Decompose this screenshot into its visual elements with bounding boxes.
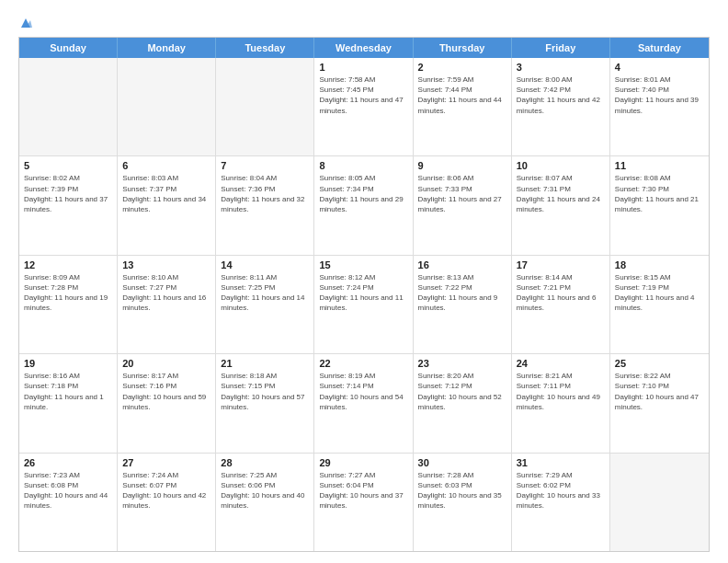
day-cell-12: 12Sunrise: 8:09 AMSunset: 7:28 PMDayligh… (19, 256, 118, 353)
logo-icon (19, 17, 32, 29)
empty-cell (19, 58, 118, 155)
day-info: Sunrise: 8:09 AMSunset: 7:28 PMDaylight:… (24, 272, 112, 314)
day-cell-27: 27Sunrise: 7:24 AMSunset: 6:07 PMDayligh… (118, 454, 216, 551)
day-number: 11 (615, 160, 704, 171)
day-cell-8: 8Sunrise: 8:05 AMSunset: 7:34 PMDaylight… (314, 156, 413, 254)
day-info: Sunrise: 7:28 AMSunset: 6:03 PMDaylight:… (418, 470, 506, 511)
day-info: Sunrise: 8:02 AMSunset: 7:39 PMDaylight:… (24, 173, 112, 214)
day-cell-23: 23Sunrise: 8:20 AMSunset: 7:12 PMDayligh… (414, 354, 512, 452)
day-number: 23 (418, 358, 506, 369)
header-day-sunday: Sunday (19, 38, 118, 58)
day-info: Sunrise: 8:17 AMSunset: 7:16 PMDaylight:… (122, 371, 210, 412)
day-cell-19: 19Sunrise: 8:16 AMSunset: 7:18 PMDayligh… (19, 354, 118, 452)
day-info: Sunrise: 8:19 AMSunset: 7:14 PMDaylight:… (319, 371, 407, 412)
day-info: Sunrise: 8:01 AMSunset: 7:40 PMDaylight:… (615, 75, 704, 116)
day-cell-3: 3Sunrise: 8:00 AMSunset: 7:42 PMDaylight… (512, 58, 610, 155)
day-cell-17: 17Sunrise: 8:14 AMSunset: 7:21 PMDayligh… (512, 256, 610, 353)
week-row-4: 26Sunrise: 7:23 AMSunset: 6:08 PMDayligh… (19, 454, 709, 551)
empty-cell (118, 58, 216, 155)
day-info: Sunrise: 8:21 AMSunset: 7:11 PMDaylight:… (517, 371, 605, 412)
header (18, 17, 710, 29)
day-cell-31: 31Sunrise: 7:29 AMSunset: 6:02 PMDayligh… (512, 454, 610, 551)
day-info: Sunrise: 8:05 AMSunset: 7:34 PMDaylight:… (319, 173, 407, 214)
day-number: 9 (418, 160, 506, 171)
day-cell-26: 26Sunrise: 7:23 AMSunset: 6:08 PMDayligh… (19, 454, 118, 551)
day-info: Sunrise: 7:24 AMSunset: 6:07 PMDaylight:… (122, 470, 210, 511)
empty-cell (216, 58, 314, 155)
day-number: 14 (221, 259, 309, 270)
header-day-wednesday: Wednesday (314, 38, 413, 58)
day-number: 3 (517, 62, 605, 73)
day-info: Sunrise: 8:22 AMSunset: 7:10 PMDaylight:… (615, 371, 704, 412)
day-cell-29: 29Sunrise: 7:27 AMSunset: 6:04 PMDayligh… (314, 454, 413, 551)
day-cell-13: 13Sunrise: 8:10 AMSunset: 7:27 PMDayligh… (118, 256, 216, 353)
day-number: 22 (319, 358, 407, 369)
day-number: 20 (122, 358, 210, 369)
day-number: 31 (517, 457, 605, 468)
day-cell-4: 4Sunrise: 8:01 AMSunset: 7:40 PMDaylight… (610, 58, 709, 155)
day-info: Sunrise: 8:20 AMSunset: 7:12 PMDaylight:… (418, 371, 506, 412)
calendar-header: SundayMondayTuesdayWednesdayThursdayFrid… (19, 38, 709, 58)
day-info: Sunrise: 8:15 AMSunset: 7:19 PMDaylight:… (615, 272, 704, 314)
day-number: 30 (418, 457, 506, 468)
day-info: Sunrise: 8:10 AMSunset: 7:27 PMDaylight:… (122, 272, 210, 314)
day-cell-21: 21Sunrise: 8:18 AMSunset: 7:15 PMDayligh… (216, 354, 314, 452)
day-info: Sunrise: 8:06 AMSunset: 7:33 PMDaylight:… (418, 173, 506, 214)
day-number: 29 (319, 457, 407, 468)
day-info: Sunrise: 8:14 AMSunset: 7:21 PMDaylight:… (517, 272, 605, 314)
header-day-thursday: Thursday (414, 38, 512, 58)
day-number: 28 (221, 457, 309, 468)
week-row-0: 1Sunrise: 7:58 AMSunset: 7:45 PMDaylight… (19, 58, 709, 156)
day-cell-2: 2Sunrise: 7:59 AMSunset: 7:44 PMDaylight… (414, 58, 512, 155)
day-info: Sunrise: 8:13 AMSunset: 7:22 PMDaylight:… (418, 272, 506, 314)
day-number: 19 (24, 358, 112, 369)
day-info: Sunrise: 8:16 AMSunset: 7:18 PMDaylight:… (24, 371, 112, 412)
day-cell-14: 14Sunrise: 8:11 AMSunset: 7:25 PMDayligh… (216, 256, 314, 353)
day-info: Sunrise: 8:07 AMSunset: 7:31 PMDaylight:… (517, 173, 605, 214)
day-info: Sunrise: 7:23 AMSunset: 6:08 PMDaylight:… (24, 470, 112, 511)
day-number: 1 (319, 62, 407, 73)
empty-cell (610, 454, 709, 551)
header-day-tuesday: Tuesday (216, 38, 314, 58)
day-number: 17 (517, 259, 605, 270)
day-number: 24 (517, 358, 605, 369)
day-cell-25: 25Sunrise: 8:22 AMSunset: 7:10 PMDayligh… (610, 354, 709, 452)
day-cell-30: 30Sunrise: 7:28 AMSunset: 6:03 PMDayligh… (414, 454, 512, 551)
day-number: 4 (615, 62, 704, 73)
day-info: Sunrise: 7:29 AMSunset: 6:02 PMDaylight:… (517, 470, 605, 511)
day-cell-16: 16Sunrise: 8:13 AMSunset: 7:22 PMDayligh… (414, 256, 512, 353)
day-number: 6 (122, 160, 210, 171)
logo (18, 17, 32, 29)
day-cell-15: 15Sunrise: 8:12 AMSunset: 7:24 PMDayligh… (314, 256, 413, 353)
day-cell-24: 24Sunrise: 8:21 AMSunset: 7:11 PMDayligh… (512, 354, 610, 452)
day-info: Sunrise: 7:58 AMSunset: 7:45 PMDaylight:… (319, 75, 407, 116)
header-day-friday: Friday (512, 38, 610, 58)
day-info: Sunrise: 8:08 AMSunset: 7:30 PMDaylight:… (615, 173, 704, 214)
day-number: 2 (418, 62, 506, 73)
day-info: Sunrise: 8:04 AMSunset: 7:36 PMDaylight:… (221, 173, 309, 214)
day-info: Sunrise: 8:00 AMSunset: 7:42 PMDaylight:… (517, 75, 605, 116)
day-number: 8 (319, 160, 407, 171)
page: SundayMondayTuesdayWednesdayThursdayFrid… (0, 0, 728, 563)
day-cell-9: 9Sunrise: 8:06 AMSunset: 7:33 PMDaylight… (414, 156, 512, 254)
day-info: Sunrise: 8:11 AMSunset: 7:25 PMDaylight:… (221, 272, 309, 314)
day-cell-18: 18Sunrise: 8:15 AMSunset: 7:19 PMDayligh… (610, 256, 709, 353)
day-number: 26 (24, 457, 112, 468)
day-number: 15 (319, 259, 407, 270)
week-row-1: 5Sunrise: 8:02 AMSunset: 7:39 PMDaylight… (19, 156, 709, 255)
week-row-2: 12Sunrise: 8:09 AMSunset: 7:28 PMDayligh… (19, 256, 709, 354)
header-day-saturday: Saturday (610, 38, 709, 58)
day-number: 27 (122, 457, 210, 468)
day-number: 25 (615, 358, 704, 369)
day-info: Sunrise: 7:25 AMSunset: 6:06 PMDaylight:… (221, 470, 309, 511)
day-number: 18 (615, 259, 704, 270)
calendar-body: 1Sunrise: 7:58 AMSunset: 7:45 PMDaylight… (19, 58, 709, 551)
day-info: Sunrise: 7:27 AMSunset: 6:04 PMDaylight:… (319, 470, 407, 511)
day-number: 7 (221, 160, 309, 171)
week-row-3: 19Sunrise: 8:16 AMSunset: 7:18 PMDayligh… (19, 354, 709, 453)
header-day-monday: Monday (118, 38, 216, 58)
day-number: 10 (517, 160, 605, 171)
calendar: SundayMondayTuesdayWednesdayThursdayFrid… (18, 37, 710, 552)
day-cell-5: 5Sunrise: 8:02 AMSunset: 7:39 PMDaylight… (19, 156, 118, 254)
day-info: Sunrise: 8:03 AMSunset: 7:37 PMDaylight:… (122, 173, 210, 214)
